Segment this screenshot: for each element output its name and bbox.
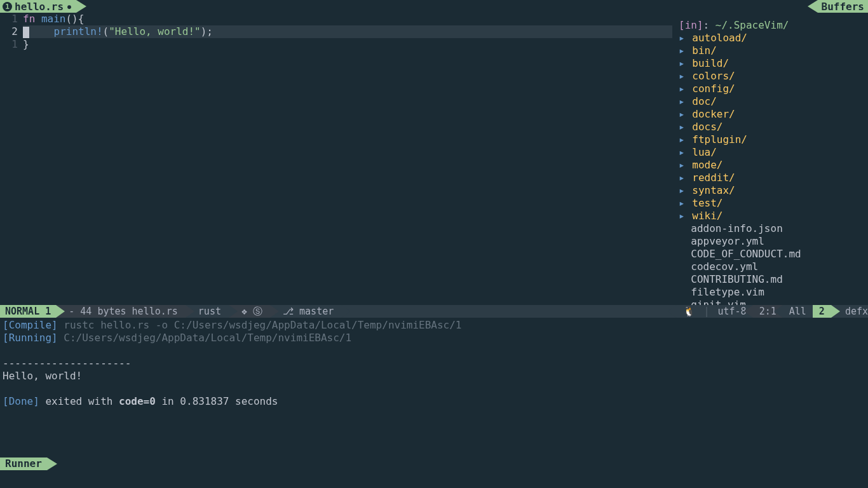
folder-name: wiki/: [692, 210, 722, 222]
folder-name: colors/: [692, 70, 735, 82]
chevron-right-icon: ▸: [679, 70, 691, 82]
chevron-right-icon: ▸: [679, 172, 691, 184]
runner-bar: Runner: [0, 458, 868, 470]
term-line: [Running] C:/Users/wsdjeg/AppData/Local/…: [3, 332, 865, 344]
file-tree-folder[interactable]: ▸ docs/: [677, 121, 868, 133]
file-tree-file[interactable]: CONTRIBUTING.md: [677, 273, 868, 286]
chevron-right-icon: ▸: [679, 83, 691, 95]
modified-dot-icon: ●: [67, 3, 71, 10]
mode-indicator: NORMAL 1: [0, 305, 56, 318]
file-tree-header: [in]: ~/.SpaceVim/: [677, 19, 868, 32]
tab-bar: 1 hello.rs ● Buffers: [0, 0, 868, 13]
chevron-right-icon: ▸: [679, 95, 691, 107]
file-tree-folder[interactable]: ▸ syntax/: [677, 184, 868, 197]
tab-filename: hello.rs: [15, 1, 64, 13]
chevron-right-icon: ▸: [679, 184, 691, 196]
chevron-right-icon: ▸: [679, 197, 691, 209]
file-tree-folder[interactable]: ▸ config/: [677, 83, 868, 95]
folder-name: doc/: [692, 95, 717, 107]
file-tree-file[interactable]: codecov.yml: [677, 261, 868, 273]
folder-name: lua/: [692, 146, 717, 158]
tab-hello-rs[interactable]: 1 hello.rs ●: [0, 0, 76, 13]
file-tree-folder[interactable]: ▸ bin/: [677, 44, 868, 57]
status-line: NORMAL 1 - 44 bytes hello.rs rust ❖ Ⓢ ⎇ …: [0, 305, 868, 318]
line-number: 1: [0, 38, 18, 51]
code-line-active: println!("Hello, world!");: [23, 25, 672, 38]
window-number-badge: 2: [813, 305, 831, 318]
bottom-padding: [0, 470, 868, 488]
encoding-segment: 🐧 | utf-8: [677, 305, 752, 318]
folder-name: reddit/: [692, 172, 735, 184]
runner-label[interactable]: Runner: [0, 458, 47, 470]
line-number: 2: [0, 25, 18, 38]
file-tree-folder[interactable]: ▸ docker/: [677, 108, 868, 121]
code-content[interactable]: fn main(){ println!("Hello, world!"); }: [23, 13, 672, 305]
folder-name: bin/: [692, 44, 717, 57]
folder-name: ftplugin/: [692, 133, 747, 146]
vertical-separator: [672, 13, 677, 305]
file-tree-folder[interactable]: ▸ mode/: [677, 159, 868, 172]
term-line: [3, 344, 865, 357]
chevron-right-icon: ▸: [679, 108, 691, 120]
git-branch-segment: ⎇ master: [270, 305, 341, 318]
term-output: Hello, world!: [3, 370, 865, 383]
file-tree-file[interactable]: filetype.vim: [677, 286, 868, 299]
file-tree-folder[interactable]: ▸ lua/: [677, 146, 868, 159]
chevron-right-icon: ▸: [679, 121, 691, 133]
chevron-right-icon: ▸: [679, 57, 691, 69]
code-line: }: [23, 38, 672, 51]
chevron-right-icon: ▸: [679, 146, 691, 158]
line-number-gutter: 1 2 1: [0, 13, 23, 305]
file-tree[interactable]: [in]: ~/.SpaceVim/ ▸ autoload/▸ bin/▸ bu…: [677, 13, 868, 305]
folder-name: build/: [692, 57, 729, 69]
file-tree-folder[interactable]: ▸ colors/: [677, 70, 868, 83]
terminal-output[interactable]: [Compile] rustc hello.rs -o C:/Users/wsd…: [0, 318, 868, 458]
term-done-line: [Done] exited with code=0 in 0.831837 se…: [3, 395, 865, 408]
chevron-right-icon: ▸: [679, 32, 691, 44]
term-line: ---------------------: [3, 357, 865, 370]
git-branch-icon: ⎇: [283, 306, 294, 317]
file-tree-folder[interactable]: ▸ wiki/: [677, 210, 868, 222]
os-icon: 🐧: [683, 306, 695, 317]
line-number: 1: [0, 13, 18, 25]
file-tree-file[interactable]: addon-info.json: [677, 222, 868, 235]
folder-name: test/: [692, 197, 722, 209]
chevron-right-icon: ▸: [679, 159, 691, 171]
file-tree-folder[interactable]: ▸ autoload/: [677, 32, 868, 44]
folder-name: syntax/: [692, 184, 735, 196]
cursor-icon: [23, 27, 29, 38]
file-tree-folder[interactable]: ▸ test/: [677, 197, 868, 210]
chevron-right-icon: ▸: [679, 133, 691, 146]
folder-name: docker/: [692, 108, 735, 120]
file-tree-file[interactable]: CODE_OF_CONDUCT.md: [677, 248, 868, 261]
scroll-percent-segment: All: [783, 305, 813, 318]
file-tree-folder[interactable]: ▸ reddit/: [677, 172, 868, 184]
folder-name: config/: [692, 83, 735, 95]
file-info-segment: - 44 bytes hello.rs: [56, 305, 186, 318]
file-tree-folder[interactable]: ▸ ftplugin/: [677, 133, 868, 146]
folder-name: docs/: [692, 121, 722, 133]
main-area: 1 2 1 fn main(){ println!("Hello, world!…: [0, 13, 868, 305]
file-tree-folder[interactable]: ▸ build/: [677, 57, 868, 70]
term-line: [3, 383, 865, 395]
folder-name: mode/: [692, 159, 722, 171]
chevron-right-icon: ▸: [679, 210, 691, 222]
code-line: fn main(){: [23, 13, 672, 25]
editor-pane[interactable]: 1 2 1 fn main(){ println!("Hello, world!…: [0, 13, 672, 305]
tab-buffers-label: Buffers: [822, 1, 864, 13]
tab-buffers[interactable]: Buffers: [818, 0, 868, 13]
tab-badge: 1: [3, 2, 12, 11]
file-tree-file[interactable]: appveyor.yml: [677, 235, 868, 248]
folder-name: autoload/: [692, 32, 747, 44]
chevron-right-icon: ▸: [679, 44, 691, 57]
term-line: [Compile] rustc hello.rs -o C:/Users/wsd…: [3, 319, 865, 332]
file-tree-folder[interactable]: ▸ doc/: [677, 95, 868, 108]
